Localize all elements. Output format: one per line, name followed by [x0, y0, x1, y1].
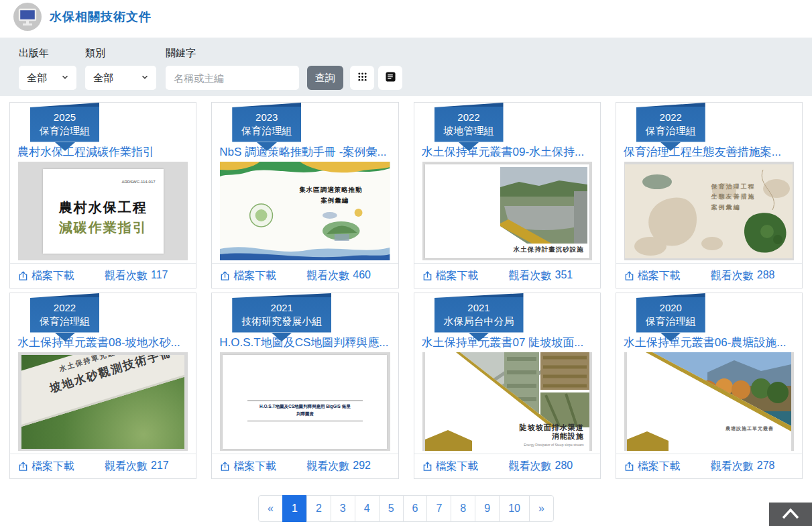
pagination-page-9[interactable]: 9 [475, 495, 500, 522]
download-link[interactable]: 檔案下載 [422, 269, 479, 283]
badge-arrow [459, 142, 479, 151]
card-footer: 檔案下載 觀看次數288 [616, 263, 802, 288]
document-cover[interactable]: 集水區調適策略推動 案例彙編 [220, 162, 390, 260]
download-link[interactable]: 檔案下載 [422, 460, 479, 474]
keyword-input[interactable] [166, 66, 299, 90]
document-title-link[interactable]: 水土保持單元叢書06-農塘設施... [624, 335, 795, 350]
list-view-button[interactable] [378, 66, 402, 90]
badge-arrow [660, 333, 681, 341]
pagination-page-4[interactable]: 4 [355, 495, 380, 522]
badge-year: 2023 [241, 111, 292, 124]
badge-arrow [660, 142, 681, 151]
download-link[interactable]: 檔案下載 [18, 460, 74, 474]
box-arrow-up-icon [624, 462, 634, 472]
document-cover[interactable]: 農塘設施工單元叢書 [624, 352, 794, 451]
grid-view-button[interactable] [350, 66, 374, 90]
document-card: 2025 保育治理組 農村水保工程減碳作業指引 ARDSWC-114-017 農… [9, 102, 196, 288]
document-title-link[interactable]: 水土保持單元叢書07 陡坡坡面... [422, 335, 593, 350]
download-link[interactable]: 檔案下載 [18, 269, 74, 283]
badge-group: 水保局台中分局 [444, 315, 514, 328]
badge-arrow [257, 142, 277, 151]
box-arrow-up-icon [18, 271, 28, 281]
year-group-badge: 2021 水保局台中分局 [434, 293, 524, 333]
documents-grid: 2025 保育治理組 農村水保工程減碳作業指引 ARDSWC-114-017 農… [9, 102, 803, 479]
search-button[interactable]: 查詢 [307, 66, 343, 90]
document-title-link[interactable]: NbS 調適策略推動手冊 -案例彙... [219, 144, 390, 160]
document-cover[interactable]: 保育治理工程 生態友善措施 案例彙編 [624, 162, 794, 260]
chevron-down-icon [140, 72, 150, 84]
box-arrow-up-icon [422, 462, 432, 472]
filter-bar: 出版年 全部 類別 全部 關鍵字 查詢 [0, 38, 812, 96]
pagination-page-1[interactable]: 1 [282, 495, 307, 522]
box-arrow-up-icon [220, 271, 230, 281]
year-group-badge: 2020 保育治理組 [636, 293, 705, 333]
download-link[interactable]: 檔案下載 [220, 460, 276, 474]
document-cover[interactable]: H.O.S.T地圖及CS地圖判釋與應用 BigGIS 衛星 判釋圖資 [220, 352, 390, 451]
document-cover[interactable]: ARDSWC-114-017 農村水保工程 減碳作業指引 [18, 162, 188, 260]
badge-group: 保育治理組 [40, 124, 90, 138]
document-card: 2022 保育治理組 水土保持單元叢書08-坡地水砂... 水土保持單元叢書 坡… [9, 293, 196, 479]
page-title: 水保相關技術文件 [50, 9, 152, 25]
document-title-link[interactable]: 水土保持單元叢書09-水土保持... [422, 144, 593, 160]
card-footer: 檔案下載 觀看次數351 [414, 263, 600, 288]
cover-art: 水土保持計畫沉砂設施 [425, 164, 589, 258]
category-select[interactable]: 全部 [85, 66, 156, 90]
document-cover[interactable]: 水土保持計畫沉砂設施 [422, 162, 592, 260]
year-group-badge: 2023 保育治理組 [232, 103, 301, 142]
view-count: 觀看次數351 [509, 269, 573, 283]
box-arrow-up-icon [422, 271, 432, 281]
download-link[interactable]: 檔案下載 [624, 269, 681, 283]
pagination-page-2[interactable]: 2 [306, 495, 331, 522]
cover-art: H.O.S.T地圖及CS地圖判釋與應用 BigGIS 衛星 判釋圖資 [223, 355, 387, 449]
view-count: 觀看次數460 [306, 269, 371, 283]
pagination-prev[interactable]: « [258, 495, 283, 522]
year-group-badge: 2025 保育治理組 [30, 103, 99, 142]
download-link[interactable]: 檔案下載 [220, 269, 276, 283]
card-footer: 檔案下載 觀看次數278 [616, 454, 802, 478]
pagination-page-8[interactable]: 8 [451, 495, 475, 522]
badge-arrow [272, 333, 292, 341]
keyword-filter-label: 關鍵字 [166, 47, 406, 60]
document-title-link[interactable]: 水土保持單元叢書08-坡地水砂... [17, 335, 188, 350]
pagination-page-3[interactable]: 3 [331, 495, 355, 522]
badge-arrow [55, 142, 75, 151]
badge-arrow [469, 333, 489, 341]
cover-art: 水土保持單元叢書 坡地水砂觀測技術手冊 [21, 355, 184, 449]
grid-icon [357, 72, 367, 84]
pagination-page-7[interactable]: 7 [426, 495, 451, 522]
cover-art: ARDSWC-114-017 農村水保工程 減碳作業指引 [43, 169, 164, 254]
badge-year: 2020 [646, 301, 696, 315]
view-count: 觀看次數217 [105, 460, 169, 474]
badge-year: 2022 [40, 301, 90, 315]
year-select-value: 全部 [27, 72, 47, 85]
year-select[interactable]: 全部 [19, 66, 76, 90]
document-cover[interactable]: 水土保持單元叢書 坡地水砂觀測技術手冊 [18, 352, 188, 451]
pagination-page-10[interactable]: 10 [499, 495, 530, 522]
badge-year: 2021 [444, 301, 514, 315]
document-card: 2022 坡地管理組 水土保持單元叢書09-水土保持... [414, 102, 601, 288]
view-count: 觀看次數280 [509, 460, 573, 474]
badge-group: 保育治理組 [241, 124, 292, 138]
card-footer: 檔案下載 觀看次數460 [212, 263, 398, 288]
badge-year: 2022 [646, 111, 696, 124]
document-title-link[interactable]: 農村水保工程減碳作業指引 [17, 144, 188, 160]
badge-year: 2025 [40, 111, 90, 124]
download-link[interactable]: 檔案下載 [624, 460, 681, 474]
document-cover[interactable]: 陡坡坡面排水渠道 消能設施 Energy Dissipator of Steep… [422, 352, 592, 451]
document-title-link[interactable]: H.O.S.T地圖及CS地圖判釋與應... [219, 335, 390, 350]
document-card: 2022 保育治理組 保育治理工程生態友善措施案... [616, 102, 803, 288]
year-group-badge: 2022 坡地管理組 [434, 103, 504, 142]
cover-art: 農塘設施工單元叢書 [627, 352, 791, 451]
pagination-page-6[interactable]: 6 [403, 495, 428, 522]
card-footer: 檔案下載 觀看次數217 [10, 454, 196, 478]
pagination-page-5[interactable]: 5 [379, 495, 404, 522]
cover-art: 陡坡坡面排水渠道 消能設施 Energy Dissipator of Steep… [425, 352, 589, 451]
list-icon [386, 72, 396, 84]
back-to-top-button[interactable] [769, 503, 812, 526]
document-title-link[interactable]: 保育治理工程生態友善措施案... [624, 144, 795, 160]
page-header: 水保相關技術文件 [0, 0, 812, 34]
document-card: 2021 水保局台中分局 水土保持單元叢書07 陡坡坡面... [414, 293, 601, 479]
year-group-badge: 2022 保育治理組 [636, 103, 705, 142]
pagination-next[interactable]: » [529, 495, 554, 522]
view-count: 觀看次數292 [306, 460, 371, 474]
